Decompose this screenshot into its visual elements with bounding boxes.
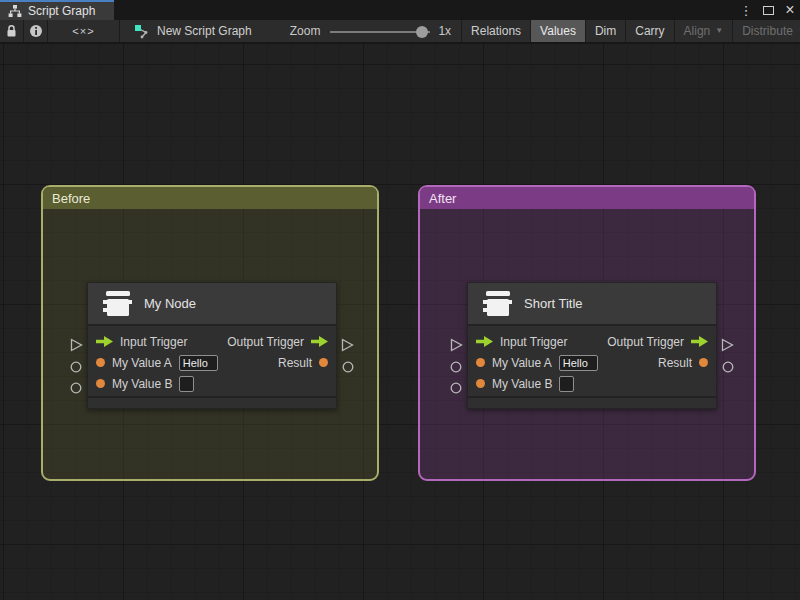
port-row: My Value B: [468, 373, 716, 394]
info-button[interactable]: [24, 20, 48, 42]
port-row: My Value B: [88, 373, 336, 394]
dim-button[interactable]: Dim: [586, 20, 626, 42]
port-row: Input Trigger Output Trigger: [468, 331, 716, 352]
value-port-icon: [699, 358, 708, 367]
flow-arrow-icon: [311, 336, 328, 347]
graph-node-icon: [134, 24, 150, 39]
distribute-dropdown[interactable]: Distribute ▼: [733, 20, 800, 42]
lock-button[interactable]: [0, 20, 24, 42]
external-value-input[interactable]: [450, 382, 462, 394]
hierarchy-graph-icon: [8, 5, 22, 18]
group-after[interactable]: After Short Title Input Trigger Output T…: [418, 185, 756, 481]
window-menu-button[interactable]: ⋮: [738, 2, 754, 18]
result-port[interactable]: Result: [278, 356, 328, 370]
node-footer: [88, 396, 336, 408]
node-my-node[interactable]: My Node Input Trigger Output Trigger: [87, 282, 337, 409]
value-port-icon: [319, 358, 328, 367]
tab-title: Script Graph: [28, 4, 95, 18]
output-trigger-port[interactable]: Output Trigger: [227, 335, 328, 349]
zoom-label: Zoom: [290, 24, 321, 38]
values-button[interactable]: Values: [531, 20, 586, 42]
kebab-menu-icon: ⋮: [740, 3, 753, 18]
input-trigger-port[interactable]: Input Trigger: [476, 335, 567, 349]
group-before-header[interactable]: Before: [43, 187, 377, 209]
info-icon: [29, 24, 43, 38]
close-icon: ×: [785, 5, 794, 15]
my-value-a-input[interactable]: [179, 355, 218, 371]
flow-arrow-icon: [691, 336, 708, 347]
group-title: Before: [52, 191, 90, 206]
value-port-icon: [476, 379, 485, 388]
zoom-value: 1x: [438, 24, 451, 38]
unit-node-icon: [101, 290, 133, 317]
code-preview-button[interactable]: <×>: [48, 20, 120, 42]
toolbar-toggle-buttons: Relations Values Dim Carry Align ▼ Distr…: [461, 20, 800, 42]
external-flow-output[interactable]: [341, 338, 354, 352]
node-title: Short Title: [524, 296, 583, 311]
align-dropdown[interactable]: Align ▼: [675, 20, 734, 42]
zoom-slider-track: [330, 31, 430, 33]
carry-button[interactable]: Carry: [626, 20, 674, 42]
unit-node-icon: [481, 290, 513, 317]
node-header[interactable]: My Node: [88, 283, 336, 326]
external-value-output[interactable]: [722, 361, 734, 373]
graph-canvas[interactable]: Before My Node Input Trigger Output Trig…: [0, 44, 800, 600]
result-port[interactable]: Result: [658, 356, 708, 370]
my-value-b-port[interactable]: My Value B: [476, 376, 574, 392]
lock-icon: [5, 24, 18, 38]
close-button[interactable]: ×: [782, 2, 798, 18]
node-header[interactable]: Short Title: [468, 283, 716, 326]
input-trigger-port[interactable]: Input Trigger: [96, 335, 187, 349]
external-flow-input[interactable]: [450, 338, 463, 352]
value-port-icon: [96, 379, 105, 388]
graph-breadcrumb[interactable]: New Script Graph: [120, 20, 262, 42]
external-value-input[interactable]: [450, 361, 462, 373]
graph-name-label: New Script Graph: [157, 24, 252, 38]
group-title: After: [429, 191, 456, 206]
group-before[interactable]: Before My Node Input Trigger Output Trig…: [41, 185, 379, 481]
relations-button[interactable]: Relations: [462, 20, 531, 42]
external-value-input[interactable]: [70, 382, 82, 394]
zoom-control: Zoom 1x: [290, 20, 461, 42]
my-value-b-port[interactable]: My Value B: [96, 376, 194, 392]
graph-toolbar: <×> New Script Graph Zoom 1x Relations V…: [0, 20, 800, 43]
external-value-output[interactable]: [342, 361, 354, 373]
node-body: Input Trigger Output Trigger My Value A …: [88, 326, 336, 396]
port-row: My Value A Result: [468, 352, 716, 373]
value-port-icon: [96, 358, 105, 367]
external-flow-output[interactable]: [721, 338, 734, 352]
port-row: My Value A Result: [88, 352, 336, 373]
maximize-button[interactable]: [760, 2, 776, 18]
zoom-slider-handle[interactable]: [416, 26, 428, 38]
node-short-title[interactable]: Short Title Input Trigger Output Trigger: [467, 282, 717, 409]
zoom-slider[interactable]: [330, 20, 430, 43]
title-bar: Script Graph ⋮ ×: [0, 0, 800, 20]
tab-script-graph[interactable]: Script Graph: [0, 0, 114, 20]
my-value-a-input[interactable]: [559, 355, 598, 371]
port-row: Input Trigger Output Trigger: [88, 331, 336, 352]
my-value-b-input[interactable]: [559, 376, 574, 392]
maximize-icon: [763, 6, 774, 15]
external-value-input[interactable]: [70, 361, 82, 373]
output-trigger-port[interactable]: Output Trigger: [607, 335, 708, 349]
group-after-header[interactable]: After: [420, 187, 754, 209]
node-body: Input Trigger Output Trigger My Value A …: [468, 326, 716, 396]
my-value-b-input[interactable]: [179, 376, 194, 392]
value-port-icon: [476, 358, 485, 367]
my-value-a-port[interactable]: My Value A: [476, 355, 598, 371]
flow-arrow-icon: [96, 336, 113, 347]
flow-arrow-icon: [476, 336, 493, 347]
my-value-a-port[interactable]: My Value A: [96, 355, 218, 371]
code-icon: <×>: [72, 25, 94, 37]
external-flow-input[interactable]: [70, 338, 83, 352]
chevron-down-icon: ▼: [715, 27, 723, 35]
node-footer: [468, 396, 716, 408]
node-title: My Node: [144, 296, 196, 311]
